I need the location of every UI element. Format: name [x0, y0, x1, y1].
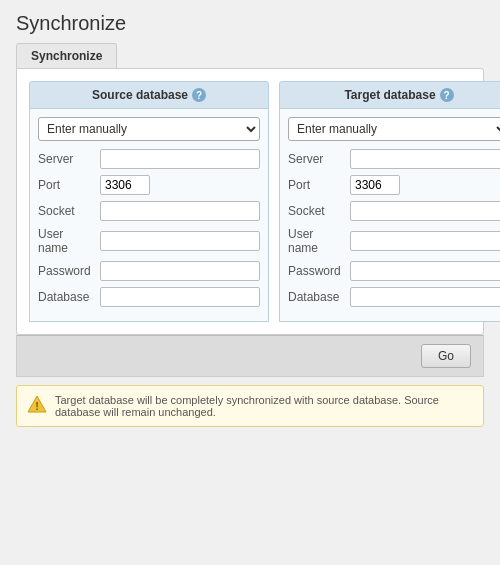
target-port-label: Port: [288, 178, 346, 192]
target-username-row: User name: [288, 227, 500, 255]
main-panel: Source database ? Enter manually Server …: [16, 68, 484, 335]
target-server-input[interactable]: [350, 149, 500, 169]
source-database-input[interactable]: [100, 287, 260, 307]
tab-bar: Synchronize: [0, 43, 500, 68]
source-column: Source database ? Enter manually Server …: [29, 81, 269, 322]
source-help-icon[interactable]: ?: [192, 88, 206, 102]
source-body: Enter manually Server Port Socket User n…: [29, 109, 269, 322]
target-port-row: Port: [288, 175, 500, 195]
target-username-label: User name: [288, 227, 346, 255]
source-server-input[interactable]: [100, 149, 260, 169]
go-button[interactable]: Go: [421, 344, 471, 368]
source-password-row: Password: [38, 261, 260, 281]
panel-footer: Go: [16, 335, 484, 377]
source-dropdown-row: Enter manually: [38, 117, 260, 141]
source-socket-label: Socket: [38, 204, 96, 218]
source-port-input[interactable]: [100, 175, 150, 195]
source-port-row: Port: [38, 175, 260, 195]
warning-text: Target database will be completely synch…: [55, 394, 473, 418]
target-header-label: Target database: [344, 88, 435, 102]
source-port-label: Port: [38, 178, 96, 192]
source-header-label: Source database: [92, 88, 188, 102]
source-server-label: Server: [38, 152, 96, 166]
source-dropdown[interactable]: Enter manually: [38, 117, 260, 141]
source-socket-row: Socket: [38, 201, 260, 221]
source-database-label: Database: [38, 290, 96, 304]
warning-bar: ! Target database will be completely syn…: [16, 385, 484, 427]
page-title: Synchronize: [0, 0, 500, 43]
target-header: Target database ?: [279, 81, 500, 109]
source-password-input[interactable]: [100, 261, 260, 281]
target-port-input[interactable]: [350, 175, 400, 195]
source-username-row: User name: [38, 227, 260, 255]
target-password-label: Password: [288, 264, 346, 278]
target-server-row: Server: [288, 149, 500, 169]
target-body: Enter manually Server Port Socket User n…: [279, 109, 500, 322]
target-socket-row: Socket: [288, 201, 500, 221]
source-username-label: User name: [38, 227, 96, 255]
target-server-label: Server: [288, 152, 346, 166]
target-help-icon[interactable]: ?: [440, 88, 454, 102]
target-username-input[interactable]: [350, 231, 500, 251]
svg-text:!: !: [35, 400, 39, 412]
form-area: Source database ? Enter manually Server …: [17, 69, 483, 334]
target-socket-input[interactable]: [350, 201, 500, 221]
target-database-input[interactable]: [350, 287, 500, 307]
target-column: Target database ? Enter manually Server …: [279, 81, 500, 322]
tab-synchronize[interactable]: Synchronize: [16, 43, 117, 68]
target-socket-label: Socket: [288, 204, 346, 218]
source-password-label: Password: [38, 264, 96, 278]
source-database-row: Database: [38, 287, 260, 307]
target-database-label: Database: [288, 290, 346, 304]
warning-icon: !: [27, 394, 47, 414]
source-header: Source database ?: [29, 81, 269, 109]
source-server-row: Server: [38, 149, 260, 169]
target-dropdown-row: Enter manually: [288, 117, 500, 141]
source-socket-input[interactable]: [100, 201, 260, 221]
target-dropdown[interactable]: Enter manually: [288, 117, 500, 141]
target-database-row: Database: [288, 287, 500, 307]
target-password-input[interactable]: [350, 261, 500, 281]
source-username-input[interactable]: [100, 231, 260, 251]
target-password-row: Password: [288, 261, 500, 281]
